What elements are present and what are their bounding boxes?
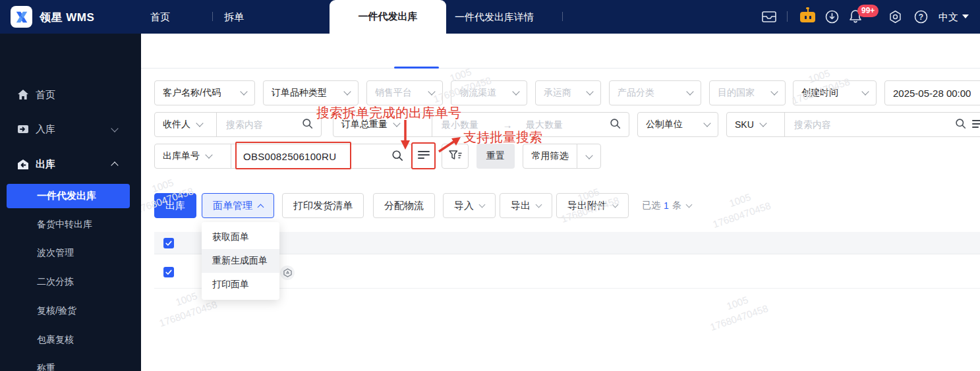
sku-select[interactable]: SKU: [727, 113, 785, 136]
filter-platform-select[interactable]: 销售平台: [366, 80, 443, 105]
sidebar-subitem-weighing[interactable]: 称重: [37, 362, 55, 371]
filter-label: 订单品种类型: [272, 87, 327, 99]
hexagon-product-icon[interactable]: [280, 266, 295, 280]
inbound-icon: [17, 124, 29, 137]
sidebar-subitem-package-review[interactable]: 包裹复核: [37, 334, 74, 346]
import-button[interactable]: 导入: [443, 193, 496, 218]
sidebar-item-outbound[interactable]: 出库: [36, 158, 55, 171]
filter-destination-select[interactable]: 目的国家: [709, 80, 786, 105]
export-text: 导出: [511, 200, 531, 212]
order-no-search-group: 出库单号: [154, 144, 412, 169]
outbound-icon: [17, 159, 29, 173]
menu-item-regenerate-label[interactable]: 重新生成面单: [202, 249, 279, 273]
sku-search-input[interactable]: [785, 113, 937, 136]
max-quantity-input[interactable]: [517, 113, 610, 136]
order-weight-select[interactable]: 订单总重量: [333, 113, 432, 136]
sidebar-subitem-secondary-sorting[interactable]: 二次分拣: [37, 276, 74, 288]
search-icon[interactable]: [610, 118, 621, 131]
sidebar-item-inbound[interactable]: 入库: [36, 123, 55, 136]
batch-search-icon[interactable]: [972, 119, 980, 130]
chevron-down-icon: [240, 88, 247, 95]
filter-logistics-channel-select[interactable]: 物流渠道: [451, 80, 527, 105]
row-checkbox[interactable]: [163, 267, 174, 277]
order-no-input[interactable]: [231, 144, 391, 168]
recipient-select[interactable]: 收件人: [155, 113, 217, 136]
help-icon[interactable]: ?: [914, 10, 928, 26]
menu-item-get-label[interactable]: 获取面单: [202, 225, 279, 249]
outbound-button[interactable]: 出库: [154, 193, 196, 218]
label-manage-menu: 获取面单 重新生成面单 打印面单: [202, 222, 279, 300]
sidebar-subitem-stock-transfer[interactable]: 备货中转出库: [37, 219, 92, 231]
search-icon[interactable]: [302, 118, 313, 131]
saved-filters-dropdown[interactable]: 常用筛选: [523, 144, 601, 169]
filter-created-time-select[interactable]: 创建时间: [793, 80, 877, 105]
home-icon: [17, 89, 29, 103]
settings-icon[interactable]: [888, 10, 902, 26]
export-button[interactable]: 导出: [500, 193, 552, 218]
chevron-down-icon: [585, 152, 592, 159]
filter-order-type-select[interactable]: 订单品种类型: [263, 80, 359, 105]
topnav-tab-active[interactable]: 一件代发出库: [330, 0, 446, 34]
sidebar-item-home[interactable]: 首页: [36, 89, 55, 101]
sidebar-subitem-dropship-outbound[interactable]: 一件代发出库: [7, 184, 130, 208]
notification-badge[interactable]: 99+: [857, 5, 879, 17]
filter-funnel-button[interactable]: [442, 144, 469, 169]
chevron-down-icon: [393, 119, 400, 127]
assign-logistics-button[interactable]: 分配物流: [373, 193, 435, 218]
range-arrow-icon: →: [498, 119, 517, 130]
icon-divider: [787, 11, 788, 22]
svg-text:?: ?: [919, 13, 923, 22]
order-no-label: 出库单号: [163, 150, 200, 162]
sidebar-subitem-review-inspection[interactable]: 复核/验货: [37, 305, 76, 317]
topnav-split-order[interactable]: 拆单: [224, 11, 244, 24]
saved-filters-caret[interactable]: [577, 144, 600, 168]
app-logo[interactable]: [11, 6, 32, 28]
selected-prefix: 已选: [642, 200, 660, 212]
robot-assistant-icon[interactable]: [800, 9, 816, 23]
sidebar: 首页 入库 出库 一件代发出库 备货中转出库 波次管理 二次分拣 复核/验货 包…: [0, 34, 141, 371]
download-icon[interactable]: [825, 10, 839, 26]
filter-label: 产品分类: [618, 87, 654, 99]
message-icon[interactable]: [762, 11, 776, 25]
chevron-down-icon: [205, 151, 212, 158]
chevron-up-icon[interactable]: [111, 161, 118, 169]
topnav-divider: [212, 12, 213, 21]
metric-unit-label: 公制单位: [646, 119, 683, 130]
batch-search-button[interactable]: [411, 142, 436, 169]
label-manage-button[interactable]: 面单管理: [202, 193, 274, 218]
date-value: 2025-05-28 00:00: [893, 88, 971, 99]
selected-unit: 条: [672, 200, 681, 212]
filter-product-category-select[interactable]: 产品分类: [609, 80, 701, 105]
print-shipping-list-button[interactable]: 打印发货清单: [282, 193, 364, 218]
filter-label: 目的国家: [718, 87, 755, 99]
topnav-home[interactable]: 首页: [150, 11, 170, 24]
recipient-search-input[interactable]: [217, 113, 302, 136]
chevron-down-icon: [703, 119, 710, 127]
order-no-select[interactable]: 出库单号: [155, 144, 231, 168]
selected-count-info[interactable]: 已选 1 条: [642, 200, 691, 212]
saved-filters-label: 常用筛选: [523, 150, 577, 162]
filter-label: 承运商: [544, 87, 571, 99]
menu-item-print-label[interactable]: 打印面单: [202, 273, 279, 297]
selected-count: 1: [664, 200, 669, 211]
reset-button[interactable]: 重置: [476, 144, 515, 169]
language-caret-icon[interactable]: [962, 14, 969, 18]
checkbox-checked-icon: [165, 268, 173, 276]
language-selector[interactable]: 中文: [938, 11, 958, 24]
topnav-tab-detail[interactable]: 一件代发出库详情: [455, 11, 534, 24]
sidebar-subitem-wave-management[interactable]: 波次管理: [37, 247, 74, 259]
chevron-down-icon: [196, 119, 203, 127]
export-attachments-button[interactable]: 导出附件: [556, 193, 629, 218]
x-logo-icon: [14, 10, 29, 24]
min-quantity-input[interactable]: [432, 113, 498, 136]
chevron-down-icon[interactable]: [111, 125, 118, 132]
created-date-input[interactable]: 2025-05-28 00:00: [884, 80, 980, 105]
search-icon[interactable]: [391, 150, 403, 163]
search-icon[interactable]: [955, 118, 966, 131]
select-all-checkbox[interactable]: [163, 238, 174, 248]
filter-customer-select[interactable]: 客户名称/代码: [154, 80, 255, 105]
filter-carrier-select[interactable]: 承运商: [535, 80, 601, 105]
chevron-up-icon: [258, 204, 264, 210]
wms-app: 领星 WMS 首页 拆单 一件代发出库 一件代发出库详情 99+ ? 中文: [0, 0, 980, 371]
metric-unit-select[interactable]: 公制单位: [637, 112, 718, 137]
